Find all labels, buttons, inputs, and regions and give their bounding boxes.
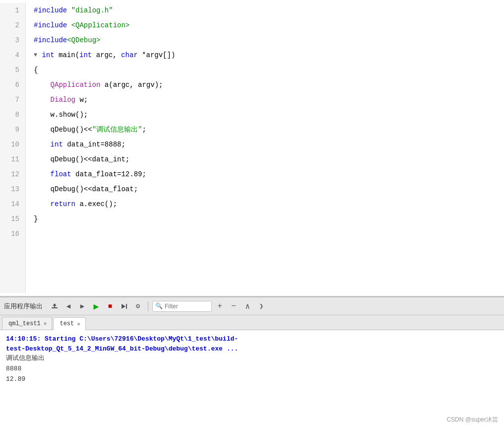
code-line-1: #include "dialog.h" — [34, 3, 504, 18]
tab-test[interactable]: test ✕ — [53, 317, 85, 330]
svg-marker-2 — [53, 303, 57, 306]
code-token — [34, 167, 51, 182]
line-number-13: 13 — [4, 182, 19, 197]
toolbar-btn-skip[interactable] — [118, 300, 130, 312]
code-token: "调试信息输出" — [92, 122, 142, 137]
code-line-9: qDebug()<<"调试信息输出"; — [34, 122, 504, 137]
output-tabs-row: qml_test1 ✕ test ✕ — [0, 315, 504, 330]
output-toolbar: 应用程序输出 ◀ ▶ ▶ ■ ⚙ 🔍 — [0, 297, 504, 315]
filter-wrapper: 🔍 — [152, 301, 212, 312]
code-token: QApplication — [51, 77, 101, 92]
code-content: 12345678910111213141516 #include "dialog… — [0, 0, 504, 296]
toolbar-btn-next[interactable]: ▶ — [76, 300, 88, 312]
code-line-12: float data_float=12.89; — [34, 167, 504, 182]
line-number-5: 5 — [4, 63, 19, 77]
toolbar-separator — [148, 301, 148, 311]
line-number-4: 4 — [4, 48, 19, 63]
code-line-16 — [34, 226, 504, 241]
code-line-3: #include<QDebug> — [34, 33, 504, 48]
output-label: 应用程序输出 — [4, 302, 43, 311]
code-token: a(argc, argv); — [100, 77, 163, 92]
line-number-2: 2 — [4, 18, 19, 33]
toolbar-btn-prev[interactable]: ◀ — [63, 300, 74, 312]
line-number-12: 12 — [4, 167, 19, 182]
code-token: #include — [34, 18, 71, 33]
code-token — [34, 92, 51, 107]
toolbar-btn-gear[interactable]: ⚙ — [132, 300, 144, 312]
code-line-14: return a.exec(); — [34, 197, 504, 212]
code-line-4: ▼ int main(int argc, char *argv[]) — [34, 48, 504, 63]
output-line1: 14:10:15: Starting C:\Users\72916\Deskto… — [6, 334, 498, 344]
line-number-16: 16 — [4, 226, 19, 241]
code-token: char — [121, 48, 138, 63]
upload-icon — [51, 302, 59, 310]
code-token — [34, 137, 51, 152]
toolbar-btn-overflow[interactable]: ❯ — [255, 300, 267, 312]
tab-test-close[interactable]: ✕ — [77, 321, 80, 327]
code-token: { — [34, 63, 38, 77]
line-number-3: 3 — [4, 33, 19, 48]
code-line-11: qDebug()<<data_int; — [34, 152, 504, 167]
code-line-15: } — [34, 212, 504, 226]
code-token: int — [42, 48, 54, 63]
code-line-2: #include <QApplication> — [34, 18, 504, 33]
output-line2: test-Desktop_Qt_5_14_2_MinGW_64_bit-Debu… — [6, 344, 498, 354]
code-token: #include — [34, 33, 67, 48]
code-token: return — [51, 197, 75, 212]
svg-rect-4 — [126, 304, 127, 309]
line-number-11: 11 — [4, 152, 19, 167]
code-token: argc, — [92, 48, 121, 63]
code-token: int — [51, 137, 63, 152]
fold-arrow-4[interactable]: ▼ — [34, 48, 41, 63]
code-token: data_float=12.89; — [71, 167, 146, 182]
bottom-panel-wrapper: 应用程序输出 ◀ ▶ ▶ ■ ⚙ 🔍 — [0, 296, 504, 428]
code-token: "dialog.h" — [71, 3, 113, 18]
code-line-7: Dialog w; — [34, 92, 504, 107]
svg-rect-0 — [52, 307, 58, 308]
output-line3: 调试信息输出 — [6, 354, 498, 364]
line-number-15: 15 — [4, 212, 19, 226]
code-token: qDebug()<<data_float; — [34, 182, 138, 197]
code-token: data_int=8888; — [63, 137, 126, 152]
code-token: *argv[]) — [138, 48, 176, 63]
code-token: <QDebug> — [67, 33, 100, 48]
code-token: ; — [142, 122, 146, 137]
line-number-14: 14 — [4, 197, 19, 212]
code-lines: #include "dialog.h"#include <QApplicatio… — [26, 3, 504, 293]
code-token: int — [79, 48, 92, 63]
tab-qml-test1[interactable]: qml_test1 ✕ — [2, 317, 52, 330]
toolbar-btn-plus[interactable]: + — [214, 300, 226, 312]
code-line-8: w.show(); — [34, 107, 504, 122]
svg-marker-3 — [122, 304, 126, 309]
search-icon: 🔍 — [155, 302, 163, 310]
toolbar-btn-up[interactable]: ∧ — [242, 300, 253, 312]
line-number-6: 6 — [4, 77, 19, 92]
code-token: qDebug()<<data_int; — [34, 152, 129, 167]
code-token: Dialog — [51, 92, 75, 107]
code-token: w; — [75, 92, 88, 107]
output-line4: 8888 — [6, 364, 498, 374]
code-token: qDebug()<< — [34, 122, 92, 137]
code-token — [34, 197, 51, 212]
tab-qml-test1-label: qml_test1 — [8, 320, 41, 327]
toolbar-btn-minus[interactable]: − — [228, 300, 240, 312]
line-number-1: 1 — [4, 3, 19, 18]
code-token: main( — [55, 48, 79, 63]
toolbar-btn-upload[interactable] — [49, 300, 61, 312]
toolbar-btn-stop[interactable]: ■ — [104, 300, 116, 312]
code-token — [34, 77, 51, 92]
line-number-7: 7 — [4, 92, 19, 107]
line-numbers: 12345678910111213141516 — [0, 3, 26, 293]
code-line-10: int data_int=8888; — [34, 137, 504, 152]
code-token: float — [51, 167, 71, 182]
line-number-10: 10 — [4, 137, 19, 152]
code-token: <QApplication> — [71, 18, 130, 33]
output-line5: 12.89 — [6, 374, 498, 385]
bottom-panel: 应用程序输出 ◀ ▶ ▶ ■ ⚙ 🔍 — [0, 296, 504, 428]
code-editor: 12345678910111213141516 #include "dialog… — [0, 0, 504, 296]
toolbar-btn-play[interactable]: ▶ — [90, 300, 102, 312]
code-line-6: QApplication a(argc, argv); — [34, 77, 504, 92]
tab-qml-test1-close[interactable]: ✕ — [44, 320, 47, 327]
output-area: 14:10:15: Starting C:\Users\72916\Deskto… — [0, 330, 504, 428]
tab-test-label: test — [60, 320, 74, 327]
